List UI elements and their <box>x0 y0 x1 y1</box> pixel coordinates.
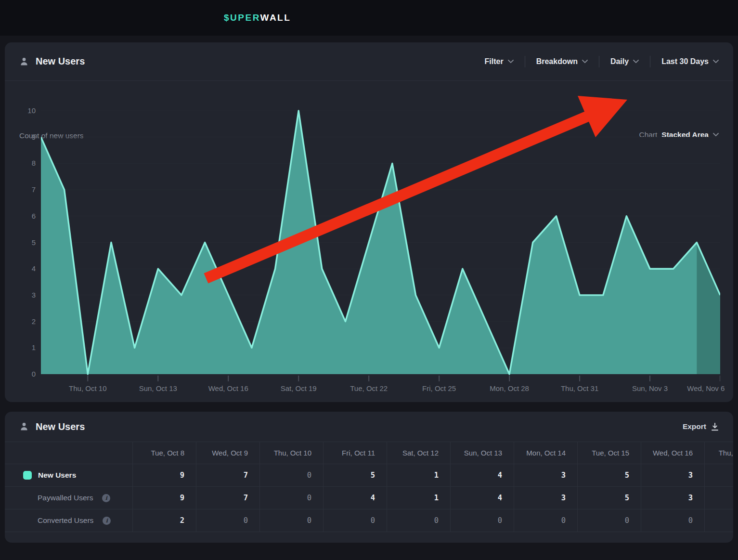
column-header: Mon, Oct 14 <box>514 442 577 464</box>
filter-control[interactable]: Filter <box>474 57 525 66</box>
value-cell: 1 <box>387 464 450 487</box>
y-tick-label: 7 <box>14 185 36 194</box>
row-label: New Users <box>5 464 132 487</box>
value-cell: 3 <box>641 487 704 509</box>
superwall-logo: $UPERWALL <box>224 13 291 23</box>
value-cell <box>704 509 733 532</box>
logo-suffix: WALL <box>260 13 291 23</box>
y-tick-label: 4 <box>14 264 36 273</box>
chart-card-title: New Users <box>36 56 85 67</box>
new-users-table: Tue, Oct 8Wed, Oct 9Thu, Oct 10Fri, Oct … <box>5 442 733 532</box>
column-header: Wed, Oct 16 <box>641 442 704 464</box>
value-cell: 0 <box>259 509 323 532</box>
filter-label: Filter <box>485 57 504 66</box>
value-cell: 0 <box>323 509 387 532</box>
breakdown-label: Breakdown <box>536 57 578 66</box>
x-tick-label: Thu, Oct 31 <box>561 384 598 392</box>
value-cell: 5 <box>577 487 641 509</box>
value-cell: 5 <box>323 464 387 487</box>
chart-card-header: New Users Filter Breakdown Daily Last 30… <box>5 42 733 81</box>
y-tick-label: 2 <box>14 317 36 326</box>
value-cell: 5 <box>577 464 641 487</box>
row-label-text: New Users <box>38 471 76 480</box>
value-cell: 0 <box>450 509 514 532</box>
chevron-down-icon <box>508 60 514 64</box>
column-header: Tue, Oct 8 <box>132 442 196 464</box>
value-cell: 0 <box>196 509 259 532</box>
value-cell: 2 <box>132 509 196 532</box>
export-button[interactable]: Export <box>683 422 719 431</box>
download-icon <box>711 423 719 431</box>
x-tick-label: Sun, Nov 3 <box>632 384 668 392</box>
column-header: Sun, Oct 13 <box>450 442 514 464</box>
info-icon[interactable]: i <box>103 517 111 525</box>
value-cell: 3 <box>514 464 577 487</box>
granularity-control[interactable]: Daily <box>599 57 650 66</box>
x-tick-label: Tue, Oct 22 <box>350 384 388 392</box>
table-card-title-group: New Users <box>19 421 85 432</box>
column-header: Tue, Oct 15 <box>577 442 641 464</box>
y-tick-label: 1 <box>14 343 36 352</box>
value-cell: 0 <box>514 509 577 532</box>
value-cell: 4 <box>450 487 514 509</box>
info-icon[interactable]: i <box>102 494 110 502</box>
value-cell: 1 <box>387 487 450 509</box>
value-cell: 4 <box>450 464 514 487</box>
value-cell <box>704 464 733 487</box>
x-tick-label: Wed, Oct 16 <box>208 384 248 392</box>
value-cell: 0 <box>387 509 450 532</box>
granularity-label: Daily <box>610 57 629 66</box>
y-tick-label: 5 <box>14 238 36 247</box>
column-header: Thu, Oct 10 <box>259 442 323 464</box>
y-tick-label: 8 <box>14 159 36 167</box>
value-cell: 0 <box>259 487 323 509</box>
chevron-down-icon <box>633 60 639 64</box>
table-card-title: New Users <box>36 421 85 432</box>
column-header: Thu, Oct 17 <box>704 442 733 464</box>
legend-swatch <box>23 471 32 480</box>
row-label: Paywalled Usersi <box>5 487 132 509</box>
y-tick-label: 10 <box>14 106 36 115</box>
x-tick-label: Mon, Oct 28 <box>490 384 529 392</box>
export-label: Export <box>683 422 706 431</box>
logo-prefix: $UPER <box>224 13 260 23</box>
x-tick-label: Wed, Nov 6 <box>687 384 725 392</box>
new-users-chart-card: New Users Filter Breakdown Daily Last 30… <box>5 42 733 402</box>
column-header: Fri, Oct 11 <box>323 442 387 464</box>
person-icon <box>19 57 29 66</box>
area-chart <box>41 106 720 383</box>
y-tick-label: 0 <box>14 370 36 378</box>
person-icon <box>19 422 29 431</box>
x-tick-label: Sat, Oct 19 <box>281 384 317 392</box>
column-header: Wed, Oct 9 <box>196 442 259 464</box>
x-tick-label: Thu, Oct 10 <box>69 384 106 392</box>
row-label-text: Converted Users <box>38 516 93 525</box>
value-cell: 0 <box>641 509 704 532</box>
y-tick-label: 3 <box>14 291 36 299</box>
column-header: Sat, Oct 12 <box>387 442 450 464</box>
date-range-label: Last 30 Days <box>661 57 709 66</box>
value-cell: 9 <box>132 487 196 509</box>
value-cell: 9 <box>132 464 196 487</box>
row-label-text: Paywalled Users <box>38 494 93 502</box>
chevron-down-icon <box>713 60 719 64</box>
date-range-control[interactable]: Last 30 Days <box>650 57 719 66</box>
value-cell: 0 <box>577 509 641 532</box>
x-tick-label: Fri, Oct 25 <box>422 384 456 392</box>
value-cell: 4 <box>323 487 387 509</box>
y-tick-label: 9 <box>14 133 36 141</box>
row-label: Converted Usersi <box>5 509 132 532</box>
chart-card-title-group: New Users <box>19 56 85 67</box>
breakdown-control[interactable]: Breakdown <box>525 57 599 66</box>
value-cell: 7 <box>196 464 259 487</box>
value-cell <box>704 487 733 509</box>
table-corner-cell <box>5 442 132 464</box>
top-nav-bar: $UPERWALL <box>0 0 738 36</box>
dimmed-current-period <box>697 243 720 375</box>
value-cell: 0 <box>259 464 323 487</box>
table-card-header: New Users Export <box>5 412 733 442</box>
new-users-table-card: New Users Export Tue, Oct 8Wed, Oct 9Thu… <box>5 412 733 543</box>
value-cell: 3 <box>514 487 577 509</box>
value-cell: 3 <box>641 464 704 487</box>
value-cell: 7 <box>196 487 259 509</box>
